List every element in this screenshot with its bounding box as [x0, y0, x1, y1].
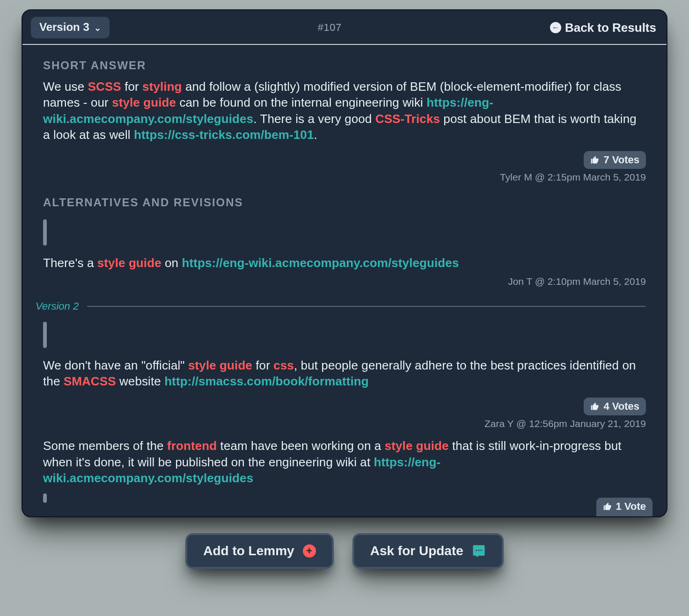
arrow-left-icon: ←	[550, 22, 561, 33]
revision-text: There's a style guide on https://eng-wik…	[43, 255, 646, 271]
text-run: for	[252, 358, 273, 372]
text-run: There's a	[43, 256, 97, 270]
highlight-term: frontend	[167, 439, 217, 453]
highlight-term: css	[273, 358, 294, 372]
highlight-term: CSS-Tricks	[375, 112, 440, 126]
highlight-term: style guide	[112, 95, 176, 109]
vote-button-partial[interactable]: 1 Vote	[596, 498, 652, 517]
link-text[interactable]: https://eng-wiki.acmecompany.com/stylegu…	[182, 256, 459, 270]
short-answer-title: SHORT ANSWER	[43, 59, 646, 72]
alternatives-title: ALTERNATIVES AND REVISIONS	[43, 196, 646, 209]
highlight-term: style guide	[188, 358, 252, 372]
divider-line	[87, 306, 646, 307]
text-run: We don't have an "official"	[43, 358, 188, 372]
revision-text: We don't have an "official" style guide …	[43, 357, 646, 390]
version-divider-label: Version 2	[36, 300, 79, 312]
version-divider: Version 2	[36, 300, 646, 312]
vote-count: 4 Votes	[603, 400, 639, 413]
text-run: for	[121, 80, 142, 94]
short-answer-text: We use SCSS for styling and follow a (sl…	[43, 79, 646, 143]
add-label: Add to Lemmy	[203, 544, 294, 558]
text-run: team have been working on a	[217, 439, 384, 453]
text-run: We use	[43, 80, 88, 94]
thumbs-up-icon	[590, 155, 600, 165]
item-id: #107	[318, 22, 342, 34]
link-text[interactable]: http://smacss.com/book/formatting	[164, 374, 369, 388]
revision-meta: Jon T @ 2:10pm March 5, 2019	[508, 276, 646, 287]
thumbs-up-icon	[590, 402, 600, 411]
revision-block: We don't have an "official" style guide …	[43, 322, 646, 430]
add-to-lemmy-button[interactable]: Add to Lemmy +	[185, 533, 333, 569]
version-dropdown[interactable]: Version 3 ⌄	[31, 17, 110, 38]
card-header: Version 3 ⌄ #107 ← Back to Results	[22, 10, 667, 45]
vote-button[interactable]: 4 Votes	[584, 398, 646, 415]
ask-for-update-button[interactable]: Ask for Update	[352, 533, 504, 569]
card-body: SHORT ANSWER We use SCSS for styling and…	[22, 45, 667, 517]
revision-notch	[43, 322, 47, 348]
revision-block: Some members of the frontend team have b…	[43, 438, 646, 503]
text-run: on	[161, 256, 182, 270]
highlight-term: style guide	[385, 439, 449, 453]
highlight-term: SMACSS	[64, 374, 116, 388]
revision-notch	[43, 219, 47, 246]
version-label: Version 3	[39, 21, 89, 34]
text-run: website	[116, 374, 165, 388]
revision-block: There's a style guide on https://eng-wik…	[43, 219, 646, 287]
back-label: Back to Results	[565, 21, 656, 35]
text-run: . There is a very good	[253, 112, 375, 126]
chevron-down-icon: ⌄	[94, 24, 101, 32]
highlight-term: styling	[142, 80, 182, 94]
vote-count: 1 Vote	[616, 500, 646, 513]
update-label: Ask for Update	[370, 544, 463, 558]
revision-notch	[43, 493, 47, 503]
action-bar: Add to Lemmy + Ask for Update	[19, 533, 670, 569]
highlight-term: style guide	[97, 256, 161, 270]
back-to-results-button[interactable]: ← Back to Results	[550, 21, 656, 35]
link-text[interactable]: https://css-tricks.com/bem-101	[134, 128, 314, 142]
text-run: can be found on the internal engineering…	[176, 95, 426, 109]
chat-icon	[472, 544, 486, 558]
thumbs-up-icon	[603, 502, 612, 511]
plus-circle-icon: +	[303, 544, 316, 558]
short-answer-meta: Tyler M @ 2:15pm March 5, 2019	[500, 172, 646, 183]
text-run: Some members of the	[43, 439, 167, 453]
answer-card: Version 3 ⌄ #107 ← Back to Results SHORT…	[22, 9, 667, 517]
text-run: .	[314, 128, 317, 142]
revision-text: Some members of the frontend team have b…	[43, 438, 646, 486]
highlight-term: SCSS	[88, 80, 121, 94]
vote-button[interactable]: 7 Votes	[584, 151, 646, 169]
vote-count: 7 Votes	[603, 154, 639, 166]
revision-meta: Zara Y @ 12:56pm January 21, 2019	[484, 418, 646, 429]
